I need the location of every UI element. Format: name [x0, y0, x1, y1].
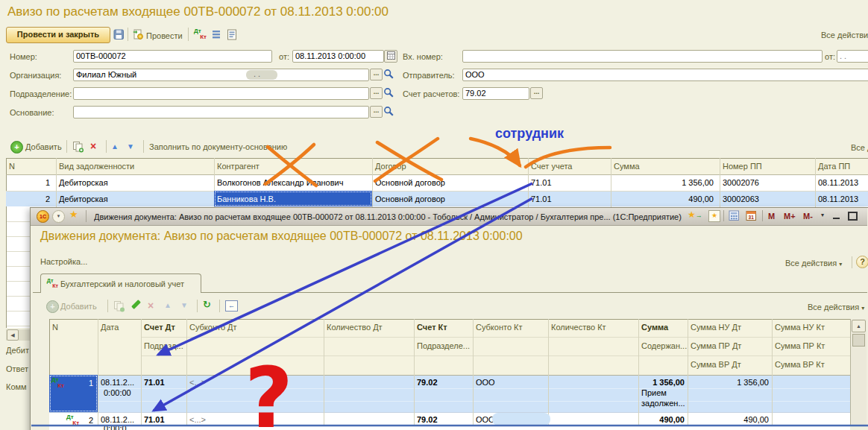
move-up-icon[interactable]: ▲ [111, 142, 119, 152]
table-cell[interactable]: Прием [641, 388, 667, 397]
table-cell[interactable]: 79.02 [417, 378, 438, 387]
column-subheader[interactable]: Подразделе... [417, 341, 470, 350]
table-cell[interactable]: 2 [66, 416, 93, 425]
vertical-scrollbar[interactable]: ▲ [850, 319, 867, 425]
table-cell[interactable]: Дебиторская [59, 195, 108, 203]
fill-by-basis-button[interactable]: Заполнить по документу-основанию [149, 142, 287, 151]
table-cell[interactable]: 1 356,00 [614, 178, 714, 187]
favorites-star-icon[interactable]: ★ [69, 209, 78, 220]
report-icon[interactable] [227, 29, 237, 42]
column-header[interactable]: Дата [101, 323, 119, 332]
basis-input[interactable] [73, 106, 369, 118]
tab-accounting[interactable]: ДтКт Бухгалтерский и налоговый учет [40, 274, 201, 293]
copy-row-icon-disabled[interactable] [113, 300, 125, 314]
settings-link[interactable]: Настройка... [40, 257, 87, 266]
organization-input[interactable]: Филиал Южный [73, 69, 369, 81]
post-icon[interactable] [133, 29, 144, 42]
basis-open-icon[interactable] [383, 106, 394, 118]
table-cell[interactable]: Основной договор [375, 178, 445, 187]
minimize-icon[interactable] [833, 218, 840, 219]
column-header[interactable]: Субконто Дт [189, 323, 237, 332]
table-cell[interactable]: 71.01 [144, 415, 165, 424]
column-subheader[interactable]: Сумма ПР Кт [775, 341, 825, 350]
help-button[interactable]: ? [856, 256, 868, 268]
table-cell[interactable]: <...> [189, 415, 206, 424]
table-cell[interactable]: 79.02 [417, 415, 438, 424]
table-cell[interactable]: 490,00 [638, 415, 685, 424]
delete-row-icon[interactable]: × [90, 141, 96, 152]
chevron-down-icon[interactable]: ▾ [821, 212, 824, 218]
delete-row-icon-disabled[interactable]: × [148, 300, 154, 312]
settlement-account-input[interactable]: 79.02 [462, 87, 529, 100]
table-cell[interactable]: 08.11.2013 [818, 178, 858, 187]
horizontal-scrollbar[interactable]: ◀ [6, 329, 30, 341]
dt-kt-icon[interactable]: ДтКт [194, 28, 207, 40]
column-header[interactable]: Счет учета [531, 162, 572, 171]
copy-row-icon[interactable] [72, 141, 84, 154]
add-row-button-disabled[interactable]: Добавить [60, 302, 97, 311]
column-header[interactable]: N [52, 323, 58, 332]
maximize-icon[interactable] [848, 212, 858, 221]
save-icon[interactable] [113, 29, 125, 42]
column-header[interactable]: Счет Кт [417, 323, 447, 332]
column-header[interactable]: N [9, 162, 15, 171]
organization-open-icon[interactable] [383, 69, 394, 81]
table-cell[interactable]: 1 356,00 [688, 378, 769, 387]
column-subheader[interactable]: Сумма ВР Дт [691, 360, 741, 369]
movements-all-actions-button[interactable]: Все действия ▾ [785, 259, 842, 268]
list-icon[interactable] [211, 29, 221, 41]
column-header[interactable]: Контрагент [217, 162, 260, 171]
move-down-icon-disabled[interactable]: ▼ [180, 301, 188, 309]
table-cell[interactable]: 1 [9, 178, 50, 187]
settlement-account-choose-button[interactable]: ... [530, 87, 543, 99]
table-cell[interactable]: ООО [476, 378, 495, 387]
column-header[interactable]: Вид задолженности [59, 162, 134, 171]
post-button[interactable]: Провести [146, 31, 183, 40]
memory-minus-button[interactable]: М- [803, 212, 813, 221]
table-cell[interactable]: 490,00 [688, 415, 769, 424]
scroll-up-icon[interactable]: ▲ [852, 320, 866, 332]
incoming-date-input[interactable]: . . [837, 50, 868, 63]
memory-button[interactable]: М [768, 212, 775, 221]
add-row-button[interactable]: Добавить [25, 142, 62, 151]
refresh-icon[interactable]: ↻ [203, 299, 211, 310]
post-and-close-button[interactable]: Провести и закрыть [6, 27, 110, 43]
movements-grid-all-act ions-button[interactable]: Все действия ▾ [808, 303, 864, 312]
table-cell[interactable]: 08.11.2013 [818, 195, 858, 203]
table-cell[interactable]: Основной договор [375, 195, 445, 203]
column-header[interactable]: Сумма [641, 323, 668, 332]
selected-cell[interactable]: Банникова Н.В. [214, 191, 372, 206]
column-subheader[interactable]: Содержан... [641, 341, 687, 350]
table-cell[interactable]: 71.01 [144, 378, 165, 387]
table-cell[interactable]: задолжен... [641, 399, 685, 408]
selected-row-marker-cell[interactable]: ДтКт 1 [49, 375, 98, 412]
calendar-button[interactable] [384, 50, 397, 63]
column-header[interactable]: Сумма НУ Дт [691, 323, 741, 332]
all-actions-button[interactable]: Все действия [821, 31, 868, 39]
department-choose-button[interactable]: ... [370, 87, 383, 99]
calculator-icon[interactable] [729, 210, 740, 223]
column-header[interactable]: Счет Дт [144, 323, 175, 332]
table-cell[interactable]: Дебиторская [59, 178, 108, 187]
add-row-icon-disabled[interactable]: + [46, 300, 59, 313]
column-header[interactable]: Договор [375, 162, 406, 171]
grid-all-actions-button[interactable]: Все действия [851, 143, 868, 152]
column-header[interactable]: Количество Кт [551, 323, 606, 332]
column-header[interactable]: Номер ПП [723, 162, 762, 171]
department-input[interactable] [73, 87, 369, 100]
system-menu-icon[interactable]: ▼ [52, 210, 65, 223]
sender-input[interactable]: ООО [462, 69, 868, 81]
table-cell[interactable]: 30002063 [723, 195, 759, 203]
date-input[interactable]: 08.11.2013 0:00:00 [292, 50, 384, 63]
table-cell[interactable]: 0:00:00 [104, 388, 131, 397]
table-cell[interactable]: 1 356,00 [638, 378, 685, 387]
table-cell[interactable]: <...> [189, 378, 206, 387]
calendar-icon[interactable]: 31 [746, 210, 757, 223]
add-row-icon[interactable]: + [10, 141, 23, 154]
favorites-list-icon[interactable]: ★ [708, 210, 720, 222]
table-cell[interactable]: 490,00 [614, 195, 714, 203]
table-cell[interactable]: Волкогонов Александр Иванович [217, 178, 343, 187]
memory-plus-button[interactable]: М+ [784, 212, 796, 221]
column-header[interactable]: Сумма [614, 162, 640, 171]
table-cell[interactable]: 71.01 [531, 195, 552, 203]
